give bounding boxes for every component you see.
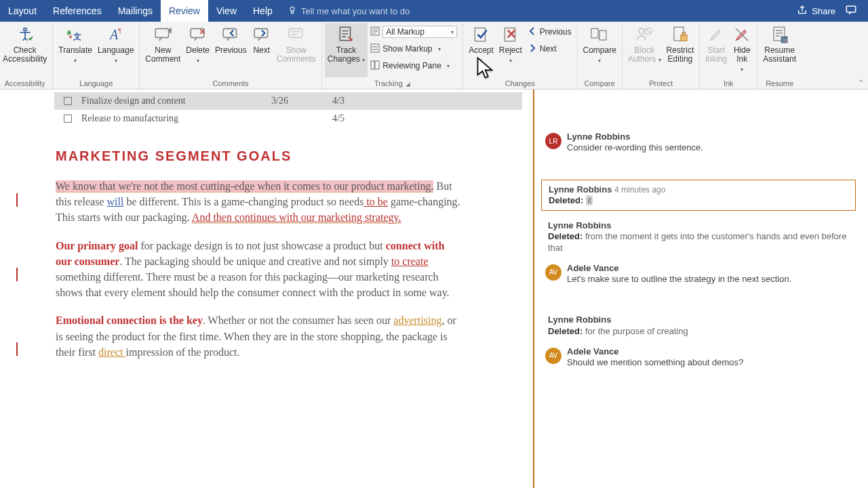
text: . The packaging should be unique and cre… bbox=[119, 256, 391, 267]
previous-comment-button[interactable]: Previous bbox=[212, 23, 250, 77]
date-cell: 4/5 bbox=[332, 113, 393, 124]
tab-layout[interactable]: Layout bbox=[0, 0, 45, 22]
tab-references[interactable]: References bbox=[45, 0, 110, 22]
svg-text:✶: ✶ bbox=[167, 27, 172, 35]
svg-text:A: A bbox=[108, 27, 119, 42]
tab-mailings[interactable]: Mailings bbox=[110, 0, 161, 22]
svg-point-0 bbox=[290, 7, 294, 11]
tab-help[interactable]: Help bbox=[245, 0, 281, 22]
group-label-resume: Resume bbox=[760, 79, 799, 89]
revision-time: 4 minutes ago bbox=[614, 185, 665, 195]
lightbulb-icon bbox=[288, 5, 297, 17]
tell-me-search[interactable]: Tell me what you want to do bbox=[288, 5, 410, 17]
next-change-button[interactable]: Next bbox=[528, 41, 572, 56]
show-markup-icon bbox=[370, 43, 380, 55]
share-label: Share bbox=[812, 6, 835, 16]
revision-author: Lynne Robbins bbox=[548, 314, 849, 325]
document-page[interactable]: Finalize design and content 3/26 4/3 Rel… bbox=[0, 89, 533, 488]
date-cell: 3/26 bbox=[271, 96, 332, 106]
inserted-text: to create bbox=[391, 256, 429, 267]
compare-button[interactable]: Compare ▾ bbox=[580, 23, 619, 77]
new-comment-button[interactable]: ✶ NewComment bbox=[142, 23, 183, 77]
show-markup-button[interactable]: Show Markup▾ bbox=[370, 41, 457, 56]
next-comment-button[interactable]: Next bbox=[250, 23, 274, 77]
inserted-text: will bbox=[107, 196, 124, 207]
svg-rect-21 bbox=[599, 30, 606, 40]
checkbox-icon[interactable] bbox=[64, 97, 72, 105]
group-label-language: Language bbox=[56, 79, 136, 89]
svg-rect-25 bbox=[681, 35, 687, 41]
tracked-text: direct bbox=[98, 346, 125, 358]
paragraph: Our primary goal for package design is t… bbox=[56, 238, 462, 301]
svg-text:文: 文 bbox=[73, 32, 81, 41]
language-icon: A¶ bbox=[107, 24, 125, 45]
delete-comment-button[interactable]: Delete ▾ bbox=[183, 23, 212, 77]
tracking-dialog-launcher[interactable]: ◢ bbox=[406, 81, 410, 87]
accent-text: Emotional connection is the key bbox=[56, 314, 203, 326]
share-button[interactable]: Share bbox=[797, 5, 835, 18]
revision-label: Deleted: bbox=[548, 231, 583, 241]
revision-label: Deleted: bbox=[549, 195, 583, 205]
avatar: AV bbox=[545, 348, 561, 364]
reject-button[interactable]: Reject ▾ bbox=[496, 23, 525, 77]
check-accessibility-button[interactable]: CheckAccessibility bbox=[0, 23, 50, 77]
resume-assistant-button[interactable]: in ResumeAssistant bbox=[760, 23, 799, 77]
tab-review[interactable]: Review bbox=[161, 0, 208, 22]
change-bar bbox=[16, 193, 18, 207]
comment-author: Lynne Robbins bbox=[567, 131, 703, 142]
change-bar bbox=[16, 342, 18, 356]
group-label-accessibility: Accessibility bbox=[0, 79, 50, 89]
comment-card[interactable]: LR Lynne Robbins Consider re-wording thi… bbox=[541, 127, 868, 159]
accept-button[interactable]: Accept ▾ bbox=[466, 23, 496, 77]
svg-text:¶: ¶ bbox=[118, 27, 121, 34]
resume-assistant-icon: in bbox=[772, 24, 788, 45]
revision-card[interactable]: Lynne Robbins Deleted: for the purpose o… bbox=[541, 312, 856, 341]
svg-rect-15 bbox=[371, 44, 379, 52]
display-review-icon bbox=[370, 26, 380, 38]
group-resume: in ResumeAssistant Resume bbox=[757, 22, 802, 89]
group-comments: ✶ NewComment Delete ▾ Previous Next Show… bbox=[140, 22, 321, 89]
tab-view[interactable]: View bbox=[208, 0, 245, 22]
markup-pane: LR Lynne Robbins Consider re-wording thi… bbox=[533, 89, 868, 488]
next-change-icon bbox=[528, 43, 537, 55]
restrict-editing-icon bbox=[672, 24, 688, 45]
revision-author: Lynne Robbins bbox=[548, 220, 849, 231]
svg-rect-17 bbox=[375, 61, 379, 69]
comment-card[interactable]: AV Adele Vance Let's make sure to outlin… bbox=[541, 263, 868, 291]
language-button[interactable]: A¶ Language ▾ bbox=[95, 23, 136, 77]
group-label-tracking: Tracking bbox=[374, 79, 403, 87]
task-cell: Release to manufacturing bbox=[81, 113, 271, 124]
hide-ink-button[interactable]: HideInk ▾ bbox=[730, 23, 754, 77]
show-comments-button: ShowComments bbox=[274, 23, 319, 77]
text: for package design is to not just showca… bbox=[138, 240, 385, 251]
comment-author: Adele Vance bbox=[567, 263, 791, 274]
comment-text: Should we mention something about demos? bbox=[567, 357, 743, 368]
group-label-changes: Changes bbox=[466, 79, 574, 89]
comment-card[interactable]: AV Adele Vance Should we mention somethi… bbox=[541, 346, 868, 374]
text: be different. This is a game-changing pr… bbox=[123, 196, 363, 207]
paragraph: Emotional connection is the key. Whether… bbox=[56, 312, 462, 360]
revision-author: Lynne Robbins bbox=[549, 184, 612, 195]
share-icon bbox=[797, 5, 808, 18]
revision-card[interactable]: Lynne Robbins Deleted: from the moment i… bbox=[541, 218, 856, 258]
checkbox-icon[interactable] bbox=[64, 115, 72, 123]
table-row: Finalize design and content 3/26 4/3 bbox=[54, 92, 522, 110]
revision-text: for the purpose of creating bbox=[585, 326, 688, 336]
comments-toggle-icon[interactable] bbox=[845, 4, 857, 18]
previous-change-button[interactable]: Previous bbox=[528, 24, 572, 39]
block-authors-icon bbox=[635, 24, 653, 45]
start-inking-button: StartInking bbox=[703, 23, 730, 77]
collapse-ribbon-button[interactable]: ⌃ bbox=[858, 79, 864, 87]
comment-text: Consider re-wording this sentence. bbox=[567, 142, 703, 153]
svg-text:a: a bbox=[67, 28, 71, 36]
comment-text: Let's make sure to outline the strategy … bbox=[567, 274, 791, 285]
track-changes-button[interactable]: TrackChanges ▾ bbox=[325, 23, 368, 77]
previous-change-icon bbox=[528, 26, 537, 38]
display-for-review-select[interactable]: All Markup▾ bbox=[370, 24, 457, 39]
reviewing-pane-button[interactable]: Reviewing Pane▾ bbox=[370, 58, 457, 73]
restrict-editing-button[interactable]: RestrictEditing bbox=[664, 23, 697, 77]
svg-rect-1 bbox=[846, 6, 856, 12]
translate-button[interactable]: a文 Translate ▾ bbox=[56, 23, 95, 77]
revision-card-selected[interactable]: Lynne Robbins 4 minutes ago Deleted: it bbox=[541, 180, 856, 211]
group-language: a文 Translate ▾ A¶ Language ▾ Language bbox=[53, 22, 140, 89]
